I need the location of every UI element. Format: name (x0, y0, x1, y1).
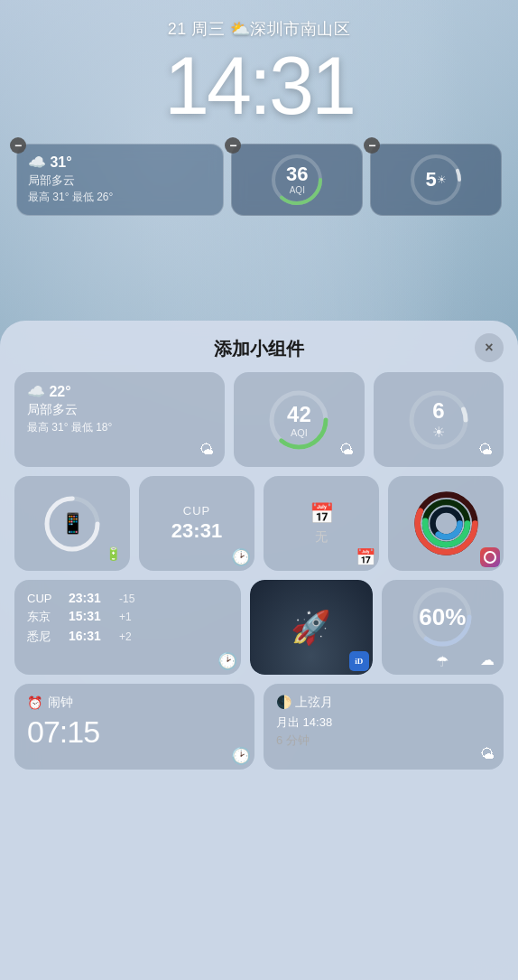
alarm-time: 07:15 (27, 714, 242, 750)
cup-clock-badge: 🕑 (231, 547, 251, 567)
rocket-icon: 🚀 (291, 609, 331, 647)
minus-weather[interactable]: − (10, 137, 26, 154)
wc-row-cup: CUP 23:31 -15 (27, 591, 228, 605)
grid-row-1: ☁️ 22° 局部多云 最高 31° 最低 18° 🌤 42 AQI 🌤 (14, 372, 504, 467)
grid-aqi-label: AQI (287, 427, 311, 438)
alarm-icon: ⏰ (27, 695, 42, 710)
wc-city-tokyo: 东京 (27, 609, 63, 625)
wc-clock-badge: 🕑 (217, 651, 237, 671)
grid-weather-range: 最高 31° 最低 18° (27, 420, 212, 435)
weather-badge-icon: 🌤 (199, 442, 219, 462)
cup-title: CUP (183, 504, 210, 518)
wc-diff-sydney: +2 (119, 630, 132, 643)
grid-aqi-value: 42 (287, 402, 311, 427)
aqi-label: AQI (286, 185, 308, 195)
wc-row-tokyo: 东京 15:31 +1 (27, 609, 228, 625)
aqi-ring: 36 AQI (269, 152, 325, 208)
rain-umbrella-icon: ☂ (436, 653, 449, 670)
battery-badge: 🔋 (106, 546, 125, 566)
minus-aqi[interactable]: − (225, 137, 241, 154)
calendar-badge: 📅 (356, 547, 375, 567)
alarm-label: 闹钟 (48, 695, 73, 711)
grid-alarm-widget[interactable]: ⏰ 闹钟 07:15 🕑 (14, 684, 254, 770)
grid-weather-temp: ☁️ 22° (27, 383, 212, 400)
grid-uv-value: 6 (432, 398, 445, 424)
aqi-value: 36 (286, 164, 308, 184)
grid-row-4: ⏰ 闹钟 07:15 🕑 🌓 上弦月 月出 14:38 6 分钟 🌤 (14, 684, 504, 770)
moon-soon: 6 分钟 (276, 733, 491, 749)
wc-time-tokyo: 15:31 (69, 609, 114, 623)
top-weather-range: 最高 31° 最低 26° (28, 190, 212, 205)
calendar-icon: 📅 (310, 502, 334, 526)
bottom-sheet: 添加小组件 × ☁️ 22° 局部多云 最高 31° 最低 18° 🌤 42 (0, 321, 518, 980)
moon-weather-badge: 🌤 (480, 746, 500, 766)
grid-aqi-circle[interactable]: 42 AQI 🌤 (234, 372, 364, 467)
activity-ring-icon (484, 551, 496, 564)
aqi-badge-icon: 🌤 (339, 442, 359, 462)
wc-city-sydney: 悉尼 (27, 629, 63, 645)
grid-moon-widget[interactable]: 🌓 上弦月 月出 14:38 6 分钟 🌤 (264, 684, 504, 770)
time-display: 14:31 (0, 43, 518, 129)
grid-cup-widget[interactable]: CUP 23:31 🕑 (139, 476, 254, 571)
phone-icon: 📱 (60, 512, 85, 536)
grid-calendar-widget[interactable]: 📅 无 📅 (264, 476, 379, 571)
wc-diff-cup: -15 (119, 593, 134, 605)
wc-time-cup: 23:31 (69, 591, 114, 605)
wc-time-sydney: 16:31 (69, 629, 114, 643)
lock-screen: 21 周三 ⛅深圳市南山区 14:31 − ☁️ 31° 局部多云 最高 31°… (0, 0, 518, 216)
grid-row-3: CUP 23:31 -15 东京 15:31 +1 悉尼 16:31 +2 🕑 (14, 580, 504, 675)
grid-weather-large[interactable]: ☁️ 22° 局部多云 最高 31° 最低 18° 🌤 (14, 372, 225, 467)
activity-badge (480, 547, 500, 567)
rain-cloud-badge: ☁ (480, 651, 500, 671)
moon-icon: 🌓 (276, 695, 291, 709)
grid-activity-rings[interactable] (388, 476, 504, 571)
minus-uv[interactable]: − (364, 137, 380, 154)
uv-sun-icon: ☀ (437, 173, 447, 186)
top-widgets-row: − ☁️ 31° 局部多云 最高 31° 最低 26° − 36 AQI − (0, 144, 518, 216)
top-uv-widget[interactable]: − 5 ☀ (370, 144, 502, 216)
alarm-clock-badge: 🕑 (231, 746, 251, 766)
top-weather-desc: 局部多云 (28, 173, 212, 189)
date-line: 21 周三 ⛅深圳市南山区 (0, 18, 518, 40)
grid-charge-widget[interactable]: 📱 🔋 (14, 476, 130, 571)
uv-ring: 5 ☀ (408, 152, 464, 208)
moon-phase-label: 上弦月 (295, 695, 333, 709)
wc-row-sydney: 悉尼 16:31 +2 (27, 629, 228, 645)
sheet-header: 添加小组件 × (14, 321, 504, 372)
top-weather-widget[interactable]: − ☁️ 31° 局部多云 最高 31° 最低 26° (16, 144, 224, 216)
wc-city-cup: CUP (27, 592, 63, 605)
cup-time: 23:31 (171, 519, 222, 543)
calendar-no-value: 无 (315, 529, 328, 546)
idaily-badge: iD (349, 651, 369, 671)
grid-row-2: 📱 🔋 CUP 23:31 🕑 📅 无 📅 (14, 476, 504, 571)
moon-rise: 月出 14:38 (276, 714, 491, 731)
alarm-header: ⏰ 闹钟 (27, 695, 242, 711)
top-aqi-widget[interactable]: − 36 AQI (231, 144, 363, 216)
top-weather-temp: ☁️ 31° (28, 154, 212, 171)
close-button[interactable]: × (475, 333, 504, 362)
grid-uv-sun: ☀ (432, 424, 445, 441)
idaily-label: iD (355, 657, 363, 666)
grid-rocket-widget[interactable]: 🚀 iD (250, 580, 372, 675)
sheet-title: 添加小组件 (214, 337, 304, 361)
rings-svg (412, 490, 480, 557)
grid-world-clock[interactable]: CUP 23:31 -15 东京 15:31 +1 悉尼 16:31 +2 🕑 (14, 580, 241, 675)
grid-uv-circle[interactable]: 6 ☀ 🌤 (374, 372, 504, 467)
grid-rain-widget[interactable]: 60% ☂ ☁ (382, 580, 504, 675)
widget-grid: ☁️ 22° 局部多云 最高 31° 最低 18° 🌤 42 AQI 🌤 (14, 372, 504, 770)
uv-badge-icon: 🌤 (478, 442, 498, 462)
wc-diff-tokyo: +1 (119, 611, 132, 623)
grid-weather-desc: 局部多云 (27, 402, 212, 418)
uv-value: 5 (425, 170, 436, 190)
moon-header: 🌓 上弦月 (276, 695, 491, 711)
